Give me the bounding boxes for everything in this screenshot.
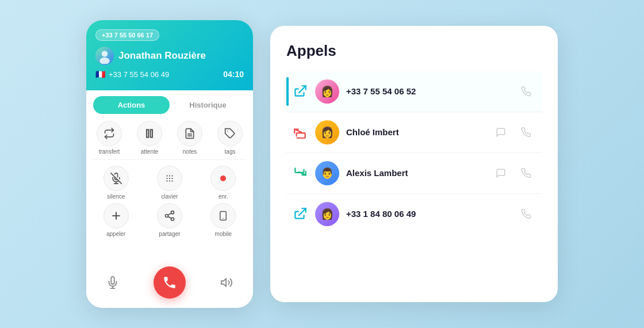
phone-panel: +33 7 55 50 66 17 Jonathan Rouzière 🇫🇷 +… <box>86 20 253 308</box>
share-icon <box>157 203 182 228</box>
outbound-call-icon-4 <box>292 206 308 222</box>
caller-number-row: 🇫🇷 +33 7 55 54 06 49 04:10 <box>95 70 244 79</box>
hangup-button[interactable] <box>154 266 186 299</box>
notes-icon <box>177 121 202 146</box>
action-appeler[interactable]: appeler <box>91 203 141 237</box>
call-item-4: 👩 +33 1 84 80 06 49 <box>286 194 542 234</box>
partager-label: partager <box>159 231 180 237</box>
active-indicator <box>286 77 289 106</box>
svg-point-11 <box>169 175 170 176</box>
rec-dot <box>220 176 226 181</box>
svg-marker-30 <box>221 279 226 287</box>
clavier-label: clavier <box>162 193 178 200</box>
svg-point-18 <box>171 180 172 181</box>
chat-button-2[interactable] <box>491 123 511 142</box>
attente-label: attente <box>141 148 159 155</box>
action-transfert[interactable]: transfert <box>91 121 128 155</box>
action-silence[interactable]: silence <box>91 166 141 200</box>
svg-point-12 <box>171 175 172 176</box>
svg-line-25 <box>168 213 171 215</box>
action-mobile[interactable]: mobile <box>198 203 248 237</box>
action-notes[interactable]: notes <box>171 121 208 155</box>
tabs-bar: Actions Historique <box>86 90 253 114</box>
caller-number: 🇫🇷 +33 7 55 54 06 49 <box>95 70 169 79</box>
action-partager[interactable]: partager <box>144 203 194 237</box>
svg-point-1 <box>99 58 110 64</box>
call-actions-3 <box>491 163 536 183</box>
transfert-icon <box>97 121 122 146</box>
svg-rect-2 <box>147 129 148 137</box>
tags-icon <box>217 121 243 146</box>
actions-grid: transfert attente notes <box>86 114 253 159</box>
action-attente[interactable]: attente <box>131 121 168 155</box>
record-icon <box>210 166 236 191</box>
pause-icon <box>137 121 162 146</box>
call-phone-button-1[interactable] <box>516 82 536 101</box>
call-timer: 04:10 <box>223 70 244 79</box>
keypad-icon <box>157 166 182 191</box>
svg-rect-3 <box>151 129 152 137</box>
notes-label: notes <box>183 148 197 155</box>
call-info-2: Chloé Imbert <box>346 127 484 138</box>
avatar-3: 👨 <box>315 161 339 185</box>
chat-button-3[interactable] <box>491 163 511 183</box>
outbound-call-icon-1 <box>292 83 308 100</box>
phone-header: +33 7 55 50 66 17 Jonathan Rouzière 🇫🇷 +… <box>86 20 253 90</box>
enr-label: enr. <box>218 193 228 200</box>
svg-point-16 <box>166 180 167 181</box>
svg-point-13 <box>166 178 167 179</box>
svg-point-14 <box>169 178 170 179</box>
call-item-2: 👩 Chloé Imbert <box>286 112 542 153</box>
mobile-label: mobile <box>215 231 232 237</box>
call-info-3: Alexis Lambert <box>346 168 484 178</box>
mute-button[interactable] <box>102 272 123 293</box>
call-actions-4 <box>516 204 536 224</box>
action-enr[interactable]: enr. <box>198 166 248 200</box>
tab-actions[interactable]: Actions <box>93 96 170 114</box>
svg-point-15 <box>171 178 172 179</box>
caller-info: Jonathan Rouzière <box>95 47 244 65</box>
calls-title: Appels <box>286 42 542 60</box>
calls-panel: Appels 👩 +33 7 55 54 06 52 <box>270 26 558 302</box>
secondary-grid: silence clavier enr. <box>86 160 253 242</box>
volume-button[interactable] <box>216 272 237 293</box>
add-call-icon <box>103 203 129 228</box>
outgoing-number-badge: +33 7 55 50 66 17 <box>95 29 159 41</box>
svg-line-31 <box>299 86 306 93</box>
avatar-4: 👩 <box>315 202 339 226</box>
missed-call-icon-2 <box>292 124 308 140</box>
action-clavier[interactable]: clavier <box>144 166 194 200</box>
call-name-1: +33 7 55 54 06 52 <box>346 86 416 96</box>
call-actions-2 <box>491 123 536 142</box>
caller-name: Jonathan Rouzière <box>118 50 206 62</box>
silence-icon <box>103 166 129 191</box>
call-info-4: +33 1 84 80 06 49 <box>346 209 509 219</box>
svg-point-17 <box>169 180 170 181</box>
mobile-icon <box>210 203 236 228</box>
svg-line-34 <box>299 208 306 215</box>
appeler-label: appeler <box>106 231 125 237</box>
call-name-3: Alexis Lambert <box>346 168 408 178</box>
call-phone-button-3[interactable] <box>516 163 536 183</box>
svg-point-0 <box>102 51 108 57</box>
call-phone-button-4[interactable] <box>516 204 536 224</box>
tab-history[interactable]: Historique <box>170 96 246 114</box>
caller-avatar <box>95 47 114 65</box>
call-name-2: Chloé Imbert <box>346 127 399 137</box>
inbound-call-icon-3 <box>292 165 308 181</box>
avatar-1: 👩 <box>315 79 339 104</box>
call-item-3: 👨 Alexis Lambert <box>286 153 542 194</box>
silence-label: silence <box>107 193 125 200</box>
call-item-1: 👩 +33 7 55 54 06 52 <box>286 71 542 112</box>
call-list: 👩 +33 7 55 54 06 52 👩 <box>286 71 542 234</box>
action-tags[interactable]: tags <box>212 121 248 155</box>
call-actions-1 <box>516 82 536 101</box>
call-info-1: +33 7 55 54 06 52 <box>346 86 509 97</box>
call-phone-button-2[interactable] <box>516 123 536 142</box>
avatar-2: 👩 <box>315 120 339 144</box>
tags-label: tags <box>225 148 236 155</box>
call-name-4: +33 1 84 80 06 49 <box>346 209 416 219</box>
svg-line-24 <box>168 216 171 218</box>
bottom-controls <box>86 260 253 308</box>
transfert-label: transfert <box>99 148 120 155</box>
